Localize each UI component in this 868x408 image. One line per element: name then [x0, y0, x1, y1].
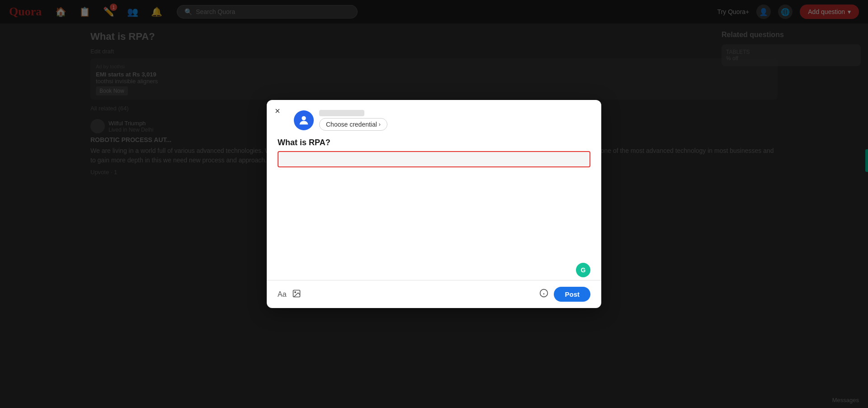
svg-point-0 [302, 116, 306, 120]
answer-input-area [267, 151, 601, 217]
user-area: Choose credential › [294, 110, 387, 131]
insert-image-button[interactable] [292, 289, 301, 300]
user-avatar [294, 110, 314, 130]
post-button[interactable]: Post [554, 287, 590, 302]
choose-credential-label: Choose credential [326, 121, 377, 128]
choose-credential-button[interactable]: Choose credential › [319, 118, 387, 131]
modal-footer: Aa Post [267, 280, 601, 308]
credential-area: Choose credential › [319, 110, 387, 131]
image-icon [292, 292, 301, 299]
user-name-placeholder [319, 110, 364, 116]
format-text-button[interactable]: Aa [278, 290, 287, 299]
grammarly-icon: G [576, 263, 590, 277]
footer-right-area: Post [539, 287, 590, 302]
chevron-right-icon: › [379, 121, 381, 128]
answer-input[interactable] [278, 151, 590, 167]
svg-point-2 [294, 291, 296, 293]
info-button[interactable] [539, 289, 548, 300]
modal-body-spacer [267, 217, 601, 280]
format-label: Aa [278, 290, 287, 299]
answer-modal: × Choose credential › What is RPA? [267, 100, 601, 308]
modal-header: Choose credential › [267, 100, 601, 131]
info-icon [539, 290, 548, 299]
person-icon [297, 114, 310, 127]
modal-question-title: What is RPA? [267, 131, 601, 151]
